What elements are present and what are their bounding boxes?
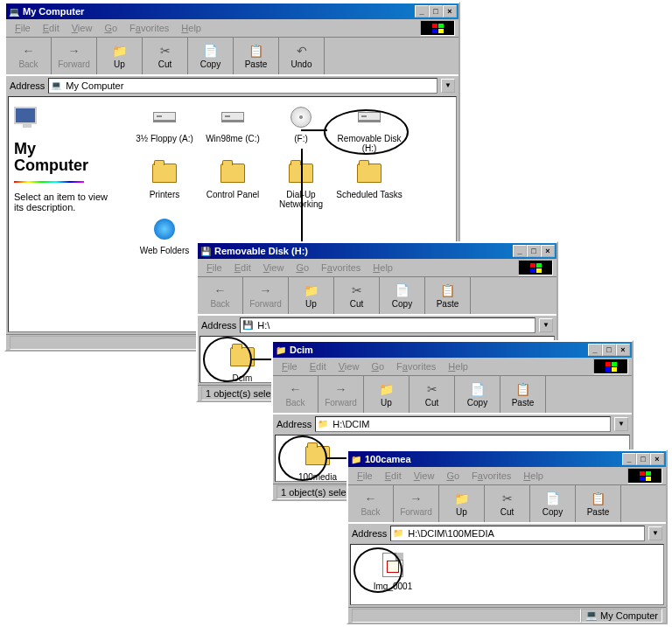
address-dropdown-button[interactable]: ▼ (614, 417, 628, 431)
menu-help[interactable]: Help (176, 21, 206, 35)
address-dropdown-button[interactable]: ▼ (648, 526, 662, 540)
minimize-button[interactable]: _ (415, 5, 429, 17)
up-button[interactable]: 📁Up (364, 376, 410, 413)
address-field[interactable]: 💾H:\ (240, 317, 536, 333)
hdd-icon (218, 102, 248, 132)
floppy-drive-item[interactable]: 3½ Floppy (A:) (131, 102, 198, 153)
scheduled-tasks-item[interactable]: Scheduled Tasks (336, 158, 402, 209)
menu-file[interactable]: File (276, 359, 303, 373)
copy-icon: 📄 (470, 382, 485, 396)
menu-view[interactable]: View (409, 469, 440, 483)
maximize-button[interactable]: □ (429, 5, 443, 17)
up-folder-icon: 📁 (112, 44, 127, 58)
back-button[interactable]: ←Back (273, 376, 318, 413)
paste-button[interactable]: 📋Paste (576, 485, 621, 522)
forward-button[interactable]: →Forward (394, 485, 439, 522)
copy-button[interactable]: 📄Copy (380, 277, 425, 314)
content-pane[interactable]: Img_0001 (350, 544, 664, 605)
menu-go[interactable]: Go (441, 469, 465, 483)
rainbow-divider (14, 181, 84, 183)
status-right: 💻My Computer (581, 609, 662, 623)
cut-button[interactable]: ✂Cut (485, 485, 530, 522)
address-field[interactable]: 💻 My Computer (48, 78, 438, 94)
menu-favorites[interactable]: Favorites (316, 261, 366, 275)
cut-button[interactable]: ✂Cut (143, 38, 188, 74)
back-button[interactable]: ←Back (198, 277, 243, 314)
cut-button[interactable]: ✂Cut (334, 277, 380, 314)
menu-go[interactable]: Go (290, 261, 314, 275)
removable-disk-item[interactable]: Removable Disk (H:) (336, 102, 402, 153)
copy-button[interactable]: 📄Copy (530, 485, 576, 522)
up-button[interactable]: 📁Up (439, 485, 485, 522)
close-button[interactable]: × (541, 245, 555, 257)
menu-favorites[interactable]: Favorites (466, 469, 516, 483)
folder-icon (228, 342, 257, 372)
up-folder-icon: 📁 (379, 382, 394, 396)
cut-button[interactable]: ✂Cut (410, 376, 455, 413)
maximize-button[interactable]: □ (527, 245, 541, 257)
windows-logo (627, 468, 662, 484)
web-folders-item[interactable]: Web Folders (131, 214, 198, 255)
menu-view[interactable]: View (66, 21, 98, 35)
menu-edit[interactable]: Edit (380, 469, 407, 483)
titlebar[interactable]: 📁 Dcim _□× (273, 342, 632, 358)
windows-logo (518, 260, 553, 275)
back-button[interactable]: ←Back (348, 485, 394, 522)
menu-favorites[interactable]: Favorites (124, 21, 174, 35)
minimize-button[interactable]: _ (588, 344, 602, 356)
paste-button[interactable]: 📋Paste (234, 38, 279, 74)
forward-button[interactable]: →Forward (318, 376, 364, 413)
menu-edit[interactable]: Edit (229, 261, 256, 275)
close-button[interactable]: × (443, 5, 457, 17)
up-button[interactable]: 📁Up (289, 277, 334, 314)
menu-file[interactable]: File (10, 21, 36, 35)
copy-button[interactable]: 📄Copy (455, 376, 500, 413)
menu-view[interactable]: View (258, 261, 290, 275)
paste-button[interactable]: 📋Paste (425, 277, 471, 314)
maximize-button[interactable]: □ (602, 344, 616, 356)
printers-item[interactable]: Printers (131, 158, 198, 209)
status-text: 1 object(s) selec (276, 485, 355, 499)
address-label: Address (10, 80, 45, 91)
up-button[interactable]: 📁Up (97, 38, 143, 74)
undo-button[interactable]: ↶Undo (279, 38, 325, 74)
titlebar[interactable]: 💻 My Computer _ □ × (6, 3, 458, 19)
address-dropdown-button[interactable]: ▼ (441, 79, 455, 93)
menu-edit[interactable]: Edit (38, 21, 65, 35)
window-title: My Computer (23, 6, 415, 17)
menu-edit[interactable]: Edit (304, 359, 332, 373)
back-button[interactable]: ←Back (6, 38, 52, 74)
minimize-button[interactable]: _ (622, 453, 636, 465)
copy-button[interactable]: 📄Copy (188, 38, 234, 74)
100media-folder-item[interactable]: 100media (284, 441, 351, 482)
address-dropdown-button[interactable]: ▼ (539, 318, 553, 332)
dcim-folder-item[interactable]: Dcim (209, 342, 276, 383)
address-text: H:\ (257, 320, 270, 331)
cd-drive-item[interactable]: (F:) (268, 102, 334, 153)
menu-file[interactable]: File (352, 469, 378, 483)
address-field[interactable]: 📁H:\DCIM\100MEDIA (390, 526, 645, 541)
paste-button[interactable]: 📋Paste (500, 376, 546, 413)
hard-drive-item[interactable]: Win98me (C:) (200, 102, 266, 153)
titlebar[interactable]: 📁 100camea _□× (348, 451, 666, 467)
forward-button[interactable]: →Forward (243, 277, 289, 314)
menu-help[interactable]: Help (518, 469, 549, 483)
menu-go[interactable]: Go (99, 21, 122, 35)
image-file-item[interactable]: Img_0001 (360, 550, 426, 591)
menu-view[interactable]: View (333, 359, 365, 373)
menu-file[interactable]: File (201, 261, 228, 275)
close-button[interactable]: × (616, 344, 630, 356)
back-arrow-icon: ← (365, 491, 377, 505)
titlebar[interactable]: 💾 Removable Disk (H:) _□× (198, 243, 556, 259)
address-field[interactable]: 📁H:\DCIM (315, 416, 611, 432)
control-panel-item[interactable]: Control Panel (200, 158, 266, 209)
menu-go[interactable]: Go (366, 359, 389, 373)
close-button[interactable]: × (650, 453, 664, 465)
forward-button[interactable]: →Forward (52, 38, 97, 74)
maximize-button[interactable]: □ (636, 453, 650, 465)
drive-icon: 💾 (200, 245, 212, 257)
menu-favorites[interactable]: Favorites (391, 359, 441, 373)
minimize-button[interactable]: _ (513, 245, 527, 257)
menu-help[interactable]: Help (368, 261, 398, 275)
menu-help[interactable]: Help (443, 359, 473, 373)
